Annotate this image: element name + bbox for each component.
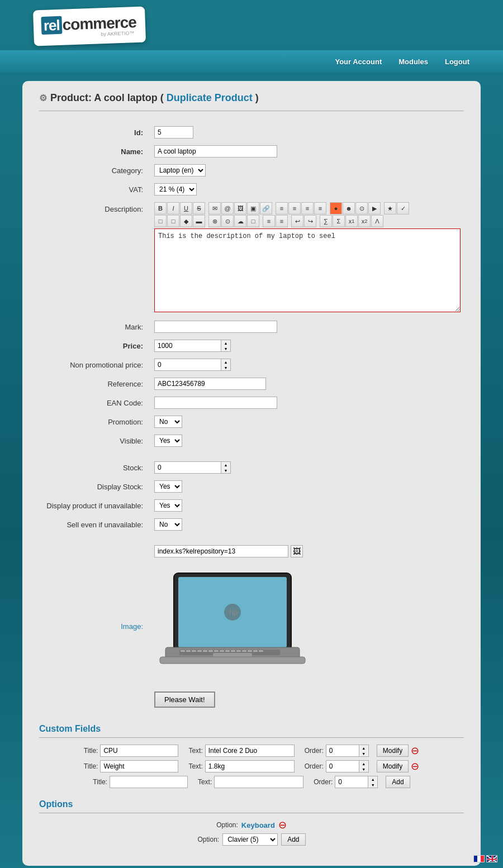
- cf-title-input-1[interactable]: [100, 760, 178, 772]
- cf-title-input-2[interactable]: [110, 776, 188, 788]
- nonpromo-input[interactable]: [154, 359, 221, 371]
- rte-cut[interactable]: ◆: [180, 215, 192, 227]
- rte-box[interactable]: □: [247, 215, 259, 227]
- id-input[interactable]: [154, 126, 193, 139]
- cf-modify-btn-0[interactable]: Modify: [377, 745, 409, 757]
- duplicate-link[interactable]: Duplicate Product: [167, 92, 253, 103]
- rte-btn2[interactable]: ★: [384, 202, 396, 214]
- cf-order-up-0[interactable]: ▲: [359, 745, 368, 751]
- display-stock-select[interactable]: Yes No: [154, 480, 182, 493]
- price-down[interactable]: ▼: [221, 346, 230, 351]
- option-value-0[interactable]: Keyboard: [241, 821, 275, 829]
- rte-bold[interactable]: B: [154, 202, 167, 214]
- rte-sub[interactable]: x1: [345, 215, 358, 227]
- reference-input[interactable]: [154, 378, 266, 390]
- display-stock-value-cell: Yes No: [151, 479, 464, 494]
- rte-indent[interactable]: ↩: [291, 215, 303, 227]
- image-input[interactable]: [154, 545, 288, 557]
- rte-sigma[interactable]: Σ: [333, 215, 345, 227]
- rte-list2[interactable]: ≡: [276, 215, 288, 227]
- rte-image-btn[interactable]: 🖼: [234, 202, 246, 214]
- nonpromo-down[interactable]: ▼: [221, 365, 230, 370]
- rte-copy[interactable]: □: [154, 215, 167, 227]
- rte-link[interactable]: 🔗: [260, 202, 272, 214]
- rte-align-right[interactable]: ≡: [301, 202, 314, 214]
- rte-redo[interactable]: ⊙: [221, 215, 234, 227]
- rte-align-left[interactable]: ≡: [276, 202, 288, 214]
- nav-your-account[interactable]: Your Account: [335, 58, 382, 66]
- cf-order-up-2[interactable]: ▲: [368, 776, 377, 782]
- cf-order-label-1: Order:: [305, 762, 324, 770]
- price-up[interactable]: ▲: [221, 340, 230, 346]
- rte-strikethrough[interactable]: S: [193, 202, 205, 214]
- rte-lambda[interactable]: Λ: [371, 215, 383, 227]
- rte-italic[interactable]: I: [167, 202, 179, 214]
- stock-label: Stock:: [39, 460, 151, 475]
- rte-at[interactable]: @: [221, 202, 234, 214]
- rte-btn3[interactable]: ✓: [397, 202, 409, 214]
- stock-down[interactable]: ▼: [221, 468, 230, 473]
- stock-up[interactable]: ▲: [221, 462, 230, 468]
- field-vat: VAT: 21 % (4): [39, 182, 464, 197]
- ean-input[interactable]: [154, 397, 277, 409]
- cf-order-down-0[interactable]: ▼: [359, 751, 368, 756]
- cf-add-btn[interactable]: Add: [386, 776, 410, 788]
- rte-paste[interactable]: □: [167, 215, 179, 227]
- price-input[interactable]: [154, 340, 221, 352]
- rte-formula[interactable]: ∑: [320, 215, 332, 227]
- name-input[interactable]: [154, 145, 277, 158]
- cf-title-input-0[interactable]: [100, 745, 178, 757]
- cf-modify-btn-1[interactable]: Modify: [377, 760, 409, 772]
- cf-order-input-1[interactable]: [326, 760, 359, 772]
- name-value-cell: [151, 144, 464, 159]
- cf-text-input-2[interactable]: [214, 776, 303, 788]
- sell-unavailable-value-cell: No Yes: [151, 517, 464, 532]
- rte-cloud[interactable]: ☁: [234, 215, 246, 227]
- category-label: Category:: [39, 163, 151, 178]
- description-textarea[interactable]: This is the description of my laptop to …: [154, 228, 461, 312]
- cf-order-down-1[interactable]: ▼: [359, 766, 368, 772]
- cf-delete-btn-1[interactable]: ⊖: [411, 761, 419, 771]
- mark-input[interactable]: [154, 321, 277, 333]
- cf-order-down-2[interactable]: ▼: [368, 782, 377, 788]
- rte-color2[interactable]: ☻: [343, 202, 355, 214]
- cf-text-input-0[interactable]: [205, 745, 295, 757]
- rte-color1[interactable]: ●: [330, 202, 342, 214]
- rte-underline[interactable]: U: [180, 202, 192, 214]
- rte-align-justify[interactable]: ≡: [314, 202, 326, 214]
- please-wait-button[interactable]: Please Wait!: [154, 691, 215, 708]
- stock-input[interactable]: [154, 461, 221, 474]
- cf-order-input-0[interactable]: [326, 745, 359, 757]
- svg-rect-18: [242, 650, 246, 652]
- custom-fields-divider: [39, 737, 464, 738]
- cf-order-up-1[interactable]: ▲: [359, 761, 368, 766]
- sell-unavailable-select[interactable]: No Yes: [154, 518, 182, 531]
- nav-logout[interactable]: Logout: [445, 58, 469, 66]
- option-add-select[interactable]: Clavier (5) Other Option: [222, 833, 278, 846]
- nonpromo-up[interactable]: ▲: [221, 359, 230, 365]
- rte-outdent[interactable]: ↪: [304, 215, 316, 227]
- rte-undo[interactable]: ⊗: [208, 215, 221, 227]
- rte-btn1[interactable]: ▶: [368, 202, 381, 214]
- rte-color3[interactable]: ⊙: [355, 202, 368, 214]
- cf-delete-btn-0[interactable]: ⊖: [411, 746, 419, 756]
- category-select[interactable]: Laptop (en): [154, 164, 206, 177]
- rte-email[interactable]: ✉: [208, 202, 221, 214]
- rte-list1[interactable]: ≡: [263, 215, 275, 227]
- rte-align-center[interactable]: ≡: [288, 202, 301, 214]
- visible-select[interactable]: Yes No: [154, 435, 182, 447]
- cf-text-input-1[interactable]: [205, 760, 295, 772]
- nav-modules[interactable]: Modules: [398, 58, 428, 66]
- flag-fr[interactable]: [473, 855, 485, 862]
- option-add-btn[interactable]: Add: [281, 833, 305, 846]
- rte-sup[interactable]: x2: [358, 215, 371, 227]
- image-browse-btn[interactable]: 🖼: [291, 545, 303, 557]
- display-unavailable-select[interactable]: Yes No: [154, 499, 182, 512]
- option-delete-0[interactable]: ⊖: [278, 820, 287, 830]
- flag-en[interactable]: [486, 855, 497, 862]
- promotion-select[interactable]: No Yes: [154, 416, 182, 428]
- rte-del[interactable]: ▬: [193, 215, 205, 227]
- cf-order-input-2[interactable]: [335, 776, 368, 788]
- vat-select[interactable]: 21 % (4): [154, 183, 197, 195]
- rte-table-btn[interactable]: ▣: [247, 202, 259, 214]
